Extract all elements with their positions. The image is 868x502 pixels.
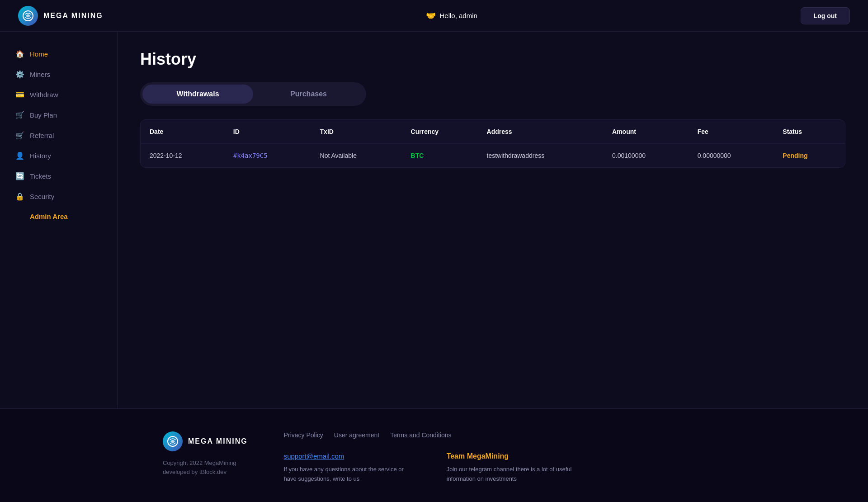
footer-links: Privacy Policy User agreement Terms and … — [284, 431, 573, 439]
terms-link[interactable]: Terms and Conditions — [390, 431, 451, 439]
col-fee: Fee — [689, 120, 774, 144]
table-row: 2022-10-12 #k4ax79C5 Not Available BTC t… — [141, 144, 845, 168]
sidebar-label-miners: Miners — [30, 71, 50, 78]
col-address: Address — [478, 120, 603, 144]
logout-button[interactable]: Log out — [801, 7, 850, 24]
footer-brand-row: MEGA MINING — [163, 431, 248, 451]
footer-main-row: MEGA MINING Copyright 2022 MegaMiningdev… — [163, 431, 705, 484]
col-amount: Amount — [603, 120, 689, 144]
sidebar-label-withdraw: Withdraw — [30, 91, 58, 99]
sidebar-label-home: Home — [30, 50, 48, 58]
cell-amount: 0.00100000 — [603, 144, 689, 168]
sidebar-item-buy-plan[interactable]: 🛒 Buy Plan — [9, 106, 108, 124]
sidebar-item-security[interactable]: 🔒 Security — [9, 188, 108, 205]
withdraw-icon: 💳 — [15, 90, 24, 99]
greeting-icon: 🤝 — [426, 11, 436, 21]
sidebar-item-admin[interactable]: Admin Area — [9, 208, 108, 225]
sidebar-label-security: Security — [30, 193, 54, 200]
footer-team-text: Join our telegram channel there is a lot… — [447, 465, 573, 484]
gear-icon: ⚙️ — [15, 70, 24, 79]
sidebar-item-referral[interactable]: 🛒 Referral — [9, 127, 108, 144]
footer-copyright: Copyright 2022 MegaMiningdeveloped by tB… — [163, 459, 248, 476]
logo-icon — [18, 6, 38, 26]
cell-date: 2022-10-12 — [141, 144, 224, 168]
page-title: History — [140, 50, 845, 69]
sidebar: 🏠 Home ⚙️ Miners 💳 Withdraw 🛒 Buy Plan 🛒… — [0, 32, 118, 408]
referral-icon: 🛒 — [15, 131, 24, 140]
greeting-text: Hello, admin — [439, 12, 477, 19]
sidebar-item-home[interactable]: 🏠 Home — [9, 45, 108, 63]
table-header-row: Date ID TxID Currency Address Amount Fee… — [141, 120, 845, 144]
cell-status: Pending — [774, 144, 845, 168]
col-txid: TxID — [311, 120, 402, 144]
col-date: Date — [141, 120, 224, 144]
cell-fee: 0.00000000 — [689, 144, 774, 168]
support-email-link[interactable]: support@email.com — [284, 452, 344, 460]
history-table-container: Date ID TxID Currency Address Amount Fee… — [140, 119, 845, 168]
main-layout: 🏠 Home ⚙️ Miners 💳 Withdraw 🛒 Buy Plan 🛒… — [0, 32, 868, 408]
buy-plan-icon: 🛒 — [15, 111, 24, 119]
sidebar-item-tickets[interactable]: 🔄 Tickets — [9, 167, 108, 185]
footer-logo-text: MEGA MINING — [188, 437, 248, 445]
sidebar-item-history[interactable]: 👤 History — [9, 147, 108, 165]
col-status: Status — [774, 120, 845, 144]
sidebar-label-referral: Referral — [30, 132, 54, 139]
tickets-icon: 🔄 — [15, 172, 24, 180]
history-table: Date ID TxID Currency Address Amount Fee… — [141, 120, 845, 167]
footer-team-col: Team MegaMining Join our telegram channe… — [447, 452, 573, 484]
logo-text: MEGA MINING — [43, 12, 103, 20]
cell-address: testwithdrawaddress — [478, 144, 603, 168]
header-left: MEGA MINING — [18, 6, 103, 26]
footer: MEGA MINING Copyright 2022 MegaMiningdev… — [0, 408, 868, 502]
home-icon: 🏠 — [15, 50, 24, 58]
footer-brand: MEGA MINING Copyright 2022 MegaMiningdev… — [163, 431, 248, 484]
cell-txid: Not Available — [311, 144, 402, 168]
sidebar-label-history: History — [30, 152, 51, 160]
footer-right: Privacy Policy User agreement Terms and … — [284, 431, 573, 484]
main-content: History Withdrawals Purchases Date ID Tx… — [118, 32, 868, 408]
footer-team-title: Team MegaMining — [447, 452, 573, 460]
footer-support-col: support@email.com If you have any questi… — [284, 452, 410, 484]
cell-currency: BTC — [402, 144, 478, 168]
user-agreement-link[interactable]: User agreement — [334, 431, 379, 439]
tab-purchases[interactable]: Purchases — [253, 85, 364, 104]
tab-withdrawals[interactable]: Withdrawals — [142, 85, 253, 104]
sidebar-label-buy-plan: Buy Plan — [30, 111, 57, 119]
security-icon: 🔒 — [15, 192, 24, 201]
sidebar-item-withdraw[interactable]: 💳 Withdraw — [9, 86, 108, 104]
footer-inner: MEGA MINING Copyright 2022 MegaMiningdev… — [163, 431, 705, 484]
tab-container: Withdrawals Purchases — [140, 82, 366, 106]
header: MEGA MINING 🤝 Hello, admin Log out — [0, 0, 868, 32]
header-greeting: 🤝 Hello, admin — [426, 11, 477, 21]
col-currency: Currency — [402, 120, 478, 144]
history-icon: 👤 — [15, 152, 24, 160]
sidebar-label-admin: Admin Area — [30, 213, 68, 220]
privacy-policy-link[interactable]: Privacy Policy — [284, 431, 323, 439]
sidebar-item-miners[interactable]: ⚙️ Miners — [9, 66, 108, 83]
cell-id: #k4ax79C5 — [224, 144, 311, 168]
footer-support-text: If you have any questions about the serv… — [284, 465, 410, 484]
footer-logo-icon — [163, 431, 183, 451]
col-id: ID — [224, 120, 311, 144]
footer-contact-row: support@email.com If you have any questi… — [284, 452, 573, 484]
sidebar-label-tickets: Tickets — [30, 172, 51, 180]
